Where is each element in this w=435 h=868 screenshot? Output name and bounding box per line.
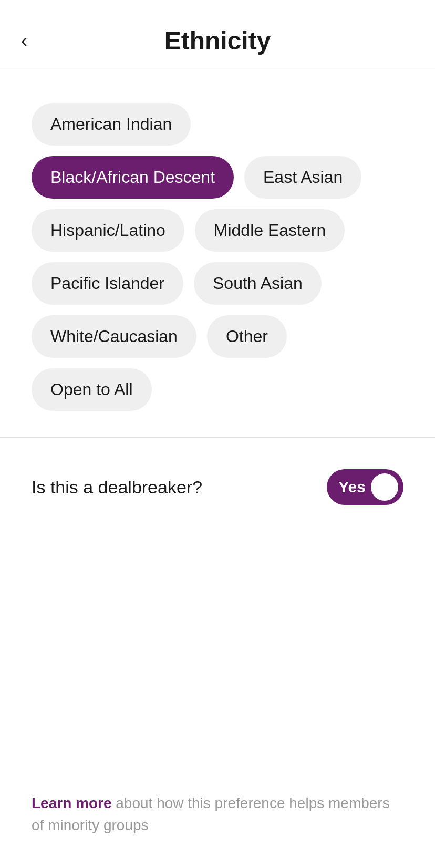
option-east-asian[interactable]: East Asian	[244, 156, 361, 199]
divider	[0, 437, 435, 438]
toggle-label: Yes	[338, 478, 366, 496]
learn-more-link[interactable]: Learn more	[32, 795, 112, 811]
option-american-indian[interactable]: American Indian	[32, 103, 191, 146]
dealbreaker-toggle[interactable]: Yes	[327, 469, 403, 505]
option-open-to-all[interactable]: Open to All	[32, 368, 152, 411]
option-white-caucasian[interactable]: White/Caucasian	[32, 315, 196, 358]
dealbreaker-label: Is this a dealbreaker?	[32, 477, 202, 498]
options-container: American Indian Black/African Descent Ea…	[0, 71, 435, 432]
option-pacific-islander[interactable]: Pacific Islander	[32, 262, 183, 305]
option-hispanic-latino[interactable]: Hispanic/Latino	[32, 209, 184, 252]
header: ‹ Ethnicity	[0, 0, 435, 71]
dealbreaker-row: Is this a dealbreaker? Yes	[0, 443, 435, 531]
footer-text: Learn more about how this preference hel…	[32, 792, 403, 836]
toggle-knob	[371, 473, 398, 501]
option-middle-eastern[interactable]: Middle Eastern	[195, 209, 345, 252]
footer: Learn more about how this preference hel…	[32, 792, 403, 836]
option-other[interactable]: Other	[207, 315, 287, 358]
option-black-african-descent[interactable]: Black/African Descent	[32, 156, 234, 199]
back-button[interactable]: ‹	[21, 32, 27, 50]
page-title: Ethnicity	[164, 26, 271, 55]
option-south-asian[interactable]: South Asian	[194, 262, 322, 305]
